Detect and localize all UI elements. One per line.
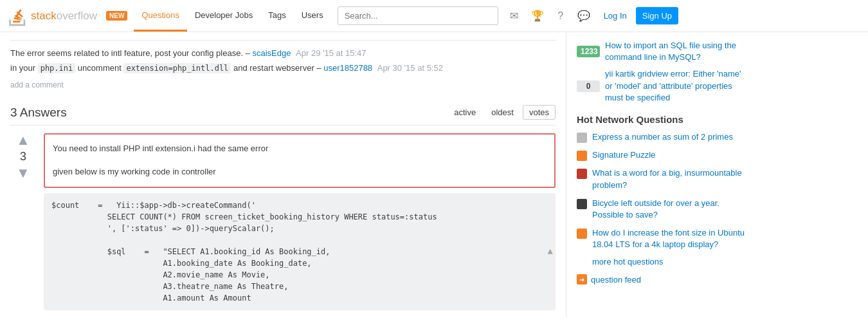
- scroll-indicator[interactable]: ▲: [548, 247, 553, 257]
- signup-button[interactable]: Sign Up: [636, 7, 678, 24]
- hot-site-icon-4: [577, 199, 587, 209]
- hot-link-5[interactable]: How do I increase the font size in Ubunt…: [592, 227, 748, 250]
- content-area: The error seems related to intl feature,…: [0, 32, 566, 318]
- hot-site-icon-3: [577, 169, 587, 179]
- hot-item-1: Express a number as sum of 2 primes: [577, 131, 748, 143]
- code-block[interactable]: $count = Yii::$app->db->createCommand(' …: [44, 193, 556, 310]
- question-feed[interactable]: ➜ question feed: [577, 274, 748, 285]
- answer-content: You need to install PHP intl extension.i…: [44, 133, 556, 310]
- main-nav: Questions Developer Jobs Tags Users: [134, 0, 330, 32]
- header: stackoverflow NEW Questions Developer Jo…: [0, 0, 868, 32]
- hot-item-4: Bicycle left outside for over a year. Po…: [577, 198, 748, 221]
- add-comment[interactable]: add a comment: [10, 80, 556, 89]
- linked-questions: 1233 How to import an SQL file using the…: [577, 40, 748, 104]
- linked-link-2[interactable]: yii kartik gridview error: Either 'name'…: [605, 68, 748, 104]
- answer-text-2: given below is my working code in contro…: [53, 165, 547, 179]
- comment-date-2: Apr 30 '15 at 5:52: [377, 63, 443, 73]
- answers-count: 3 Answers: [10, 106, 67, 120]
- sort-oldest[interactable]: oldest: [485, 105, 520, 120]
- stackoverflow-logo-icon: [8, 6, 28, 26]
- linked-item-2: 0 yii kartik gridview error: Either 'nam…: [577, 68, 748, 104]
- vote-up-button[interactable]: ▲: [16, 133, 30, 147]
- new-badge: NEW: [106, 11, 127, 21]
- sort-votes[interactable]: votes: [523, 105, 556, 120]
- hot-items: Express a number as sum of 2 primes Sign…: [577, 131, 748, 251]
- header-icons: ✉ 🏆 ? 💬: [505, 6, 593, 26]
- answer-text-1: You need to install PHP intl extension.i…: [53, 142, 547, 156]
- code-content: $count = Yii::$app->db->createCommand(' …: [51, 200, 548, 304]
- code-extension: extension=php_intl.dll: [123, 63, 231, 73]
- logo[interactable]: stackoverflow: [8, 6, 97, 26]
- answer-text-box: You need to install PHP intl extension.i…: [44, 133, 556, 188]
- comment-text-1: The error seems related to intl feature,…: [10, 46, 556, 61]
- hot-link-1[interactable]: Express a number as sum of 2 primes: [592, 131, 733, 143]
- help-icon[interactable]: ?: [551, 6, 570, 26]
- hot-link-4[interactable]: Bicycle left outside for over a year. Po…: [592, 198, 748, 221]
- search-input[interactable]: [338, 6, 498, 25]
- hot-link-3[interactable]: What is a word for a big, insurmountable…: [592, 167, 748, 191]
- hot-site-icon-5: [577, 229, 587, 239]
- vote-count: 3: [20, 150, 26, 163]
- answers-header: 3 Answers active oldest votes: [10, 105, 556, 126]
- login-button[interactable]: Log In: [597, 7, 633, 24]
- inbox-icon[interactable]: ✉: [505, 6, 524, 26]
- trophy-icon[interactable]: 🏆: [528, 6, 547, 26]
- linked-link-1[interactable]: How to import an SQL file using the comm…: [605, 40, 748, 63]
- nav-developer-jobs[interactable]: Developer Jobs: [187, 0, 260, 32]
- main-container: The error seems related to intl feature,…: [0, 32, 868, 318]
- sort-tabs: active oldest votes: [448, 105, 556, 120]
- hot-link-2[interactable]: Signature Puzzle: [592, 149, 655, 161]
- nav-questions[interactable]: Questions: [134, 0, 187, 32]
- chat-icon[interactable]: 💬: [574, 6, 593, 26]
- feed-icon: ➜: [577, 274, 587, 285]
- comment-author-1[interactable]: scaisEdge: [253, 48, 291, 58]
- vote-column: ▲ 3 ▼: [10, 133, 36, 310]
- logo-text: stackoverflow: [31, 10, 97, 23]
- vote-down-button[interactable]: ▼: [16, 166, 30, 180]
- hot-item-2: Signature Puzzle: [577, 149, 748, 161]
- hot-network-title: Hot Network Questions: [577, 114, 748, 125]
- hot-site-icon-1: [577, 133, 587, 143]
- hot-item-5: How do I increase the font size in Ubunt…: [577, 227, 748, 250]
- linked-item-1: 1233 How to import an SQL file using the…: [577, 40, 748, 63]
- comment-1: The error seems related to intl feature,…: [10, 40, 556, 95]
- sort-active[interactable]: active: [448, 105, 482, 120]
- answer-row: ▲ 3 ▼ You need to install PHP intl exten…: [10, 133, 556, 310]
- nav-users[interactable]: Users: [294, 0, 331, 32]
- hot-site-icon-2: [577, 151, 587, 161]
- code-phpini: php.ini: [38, 63, 76, 73]
- comment-text-2: in your php.ini uncomment extension=php_…: [10, 61, 556, 75]
- nav-tags[interactable]: Tags: [260, 0, 293, 32]
- more-hot-questions[interactable]: more hot questions: [592, 257, 748, 266]
- linked-count-1: 1233: [577, 46, 600, 57]
- comment-author-2[interactable]: user1852788: [323, 63, 372, 73]
- linked-count-2: 0: [577, 80, 600, 92]
- hot-item-3: What is a word for a big, insurmountable…: [577, 167, 748, 191]
- comment-date-1: Apr 29 '15 at 15:47: [296, 48, 366, 58]
- right-sidebar: 1233 How to import an SQL file using the…: [566, 32, 759, 318]
